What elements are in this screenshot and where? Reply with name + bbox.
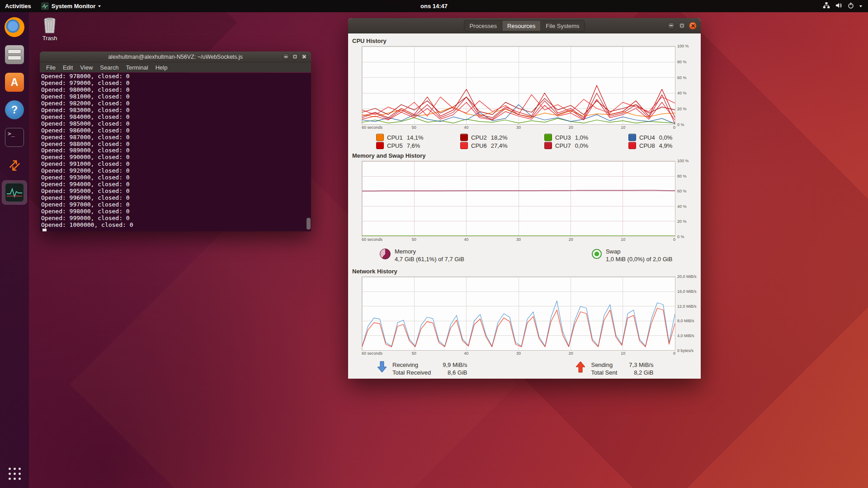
clock-button[interactable]: ons 14:47	[416, 0, 452, 12]
resources-view: CPU History 100 %80 %60 %40 %20 %0 % 60 …	[348, 33, 701, 379]
sending-legend-item: Sending 7,3 MiB/s Total Sent 8,2 GiB	[575, 361, 653, 376]
cpu-x-axis-label: 40	[464, 125, 468, 130]
terminal-title-bar[interactable]: alexhultman@alexhultman-N56VZ: ~/uWebSoc…	[40, 52, 311, 62]
dock-item-files[interactable]	[2, 43, 27, 66]
files-icon	[5, 45, 24, 64]
tab-resources[interactable]: Resources	[502, 20, 541, 31]
minimize-icon	[670, 25, 673, 26]
terminal-window-title: alexhultman@alexhultman-N56VZ: ~/uWebSoc…	[108, 54, 243, 60]
minimize-button[interactable]	[283, 53, 289, 60]
memory-x-axis: 60 seconds50403020100	[362, 237, 675, 243]
memory-x-axis-label: 20	[569, 237, 573, 242]
show-applications-button[interactable]	[2, 462, 27, 485]
cpu-color-swatch[interactable]	[376, 142, 384, 149]
close-icon	[691, 23, 695, 28]
terminal-scrollbar-thumb[interactable]	[307, 218, 311, 230]
terminal-icon: >_	[5, 128, 24, 147]
system-monitor-header-bar[interactable]: Processes Resources File Systems	[348, 18, 701, 33]
app-menu-button[interactable]: System Monitor	[36, 0, 106, 12]
terminal-menu-item[interactable]: Terminal	[123, 64, 152, 71]
terminal-menu-item[interactable]: Edit	[59, 64, 76, 71]
orange-arrows-icon: ⇄	[5, 155, 24, 175]
terminal-output-lines: Opened: 978000, closed: 0Opened: 979000,…	[41, 73, 311, 229]
swap-value: 1,0 MiB (0,0%) of 2,0 GiB	[606, 255, 672, 263]
system-status-area[interactable]	[817, 0, 868, 12]
cpu-x-axis-label: 50	[412, 125, 416, 130]
swap-legend-item: Swap 1,0 MiB (0,0%) of 2,0 GiB	[592, 248, 672, 263]
cpu-color-swatch[interactable]	[628, 142, 636, 149]
dock-item-terminal[interactable]: >_	[2, 126, 27, 149]
dock-item-system-monitor[interactable]	[2, 181, 27, 204]
terminal-output-line: Opened: 978000, closed: 0	[41, 73, 311, 80]
tab-file-systems[interactable]: File Systems	[541, 20, 584, 31]
terminal-glyph: >_	[8, 130, 15, 146]
cpu-value: 18,2%	[491, 134, 508, 141]
dock-item-help[interactable]: ?	[2, 98, 27, 122]
network-y-axis-label: 12,0 MiB/s	[677, 304, 697, 309]
cpu-x-axis-label: 30	[516, 125, 521, 130]
terminal-menu-item[interactable]: View	[76, 64, 96, 71]
terminal-output-line: Opened: 983000, closed: 0	[41, 107, 311, 114]
cpu-value: 7,6%	[407, 142, 420, 149]
system-monitor-app-icon	[41, 2, 49, 10]
terminal-output-line: Opened: 982000, closed: 0	[41, 100, 311, 107]
cpu-legend-item: CPU40,0%	[628, 134, 712, 141]
chevron-down-icon	[98, 5, 101, 7]
cpu-value: 0,0%	[659, 134, 673, 141]
view-switcher: Processes Resources File Systems	[464, 20, 585, 31]
terminal-output-area[interactable]: Opened: 978000, closed: 0Opened: 979000,…	[40, 73, 311, 231]
cpu-chart-wrap: 100 %80 %60 %40 %20 %0 %	[362, 46, 675, 125]
activities-label: Activities	[5, 3, 31, 9]
firefox-icon	[5, 17, 24, 37]
network-icon	[823, 2, 830, 10]
system-monitor-icon	[5, 183, 24, 202]
cpu-color-swatch[interactable]	[376, 134, 384, 141]
terminal-output-line: Opened: 992000, closed: 0	[41, 168, 311, 174]
cpu-color-swatch[interactable]	[544, 134, 552, 141]
terminal-output-line: Opened: 996000, closed: 0	[41, 195, 311, 202]
terminal-output-line: Opened: 998000, closed: 0	[41, 208, 311, 215]
cpu-legend-item: CPU114,1%	[376, 134, 460, 141]
memory-label: Memory	[395, 248, 464, 255]
tab-processes[interactable]: Processes	[464, 20, 502, 31]
cpu-name: CPU1	[387, 134, 403, 141]
terminal-menu-item[interactable]: Search	[96, 64, 122, 71]
trash-desktop-icon[interactable]: Trash	[38, 15, 61, 42]
terminal-output-line: Opened: 1000000, closed: 0	[41, 222, 311, 229]
app-menu-label: System Monitor	[52, 3, 96, 9]
terminal-menu-item[interactable]: File	[42, 64, 59, 71]
cpu-color-swatch[interactable]	[460, 134, 468, 141]
network-y-axis-label: 4,0 MiB/s	[677, 333, 694, 338]
dock-item-orange-arrows-app[interactable]: ⇄	[2, 153, 27, 177]
dock-item-firefox[interactable]	[2, 15, 27, 39]
cpu-color-swatch[interactable]	[544, 142, 552, 149]
total-sent-label: Total Sent	[591, 369, 617, 376]
activities-button[interactable]: Activities	[0, 0, 36, 12]
terminal-output-line: Opened: 988000, closed: 0	[41, 141, 311, 148]
network-x-axis-label: 50	[412, 351, 416, 356]
terminal-menu-item[interactable]: Help	[152, 64, 171, 71]
close-button[interactable]	[689, 22, 697, 29]
memory-y-axis-label: 60 %	[677, 189, 687, 193]
dock-item-ubuntu-software[interactable]: A	[2, 70, 27, 94]
cpu-x-axis-label: 10	[621, 125, 625, 130]
minimize-button[interactable]	[667, 22, 675, 29]
close-button[interactable]	[301, 53, 307, 60]
cpu-y-axis: 100 %80 %60 %40 %20 %0 %	[677, 46, 701, 125]
receiving-label: Receiving	[392, 361, 431, 369]
cpu-color-swatch[interactable]	[628, 134, 636, 141]
terminal-output-line: Opened: 995000, closed: 0	[41, 188, 311, 195]
cpu-history-title: CPU History	[348, 36, 701, 46]
cpu-name: CPU4	[639, 134, 655, 141]
cpu-legend-item: CPU627,4%	[460, 142, 544, 149]
cpu-color-swatch[interactable]	[460, 142, 468, 149]
total-received-value: 8,6 GiB	[443, 369, 467, 376]
sending-arrow-icon	[575, 361, 586, 373]
maximize-button[interactable]	[678, 22, 686, 29]
terminal-output-line: Opened: 987000, closed: 0	[41, 134, 311, 141]
network-x-axis-label: 60 seconds	[362, 351, 382, 356]
terminal-output-line: Opened: 985000, closed: 0	[41, 121, 311, 127]
maximize-button[interactable]	[292, 53, 298, 60]
terminal-output-line: Opened: 980000, closed: 0	[41, 87, 311, 94]
cpu-value: 14,1%	[407, 134, 424, 141]
